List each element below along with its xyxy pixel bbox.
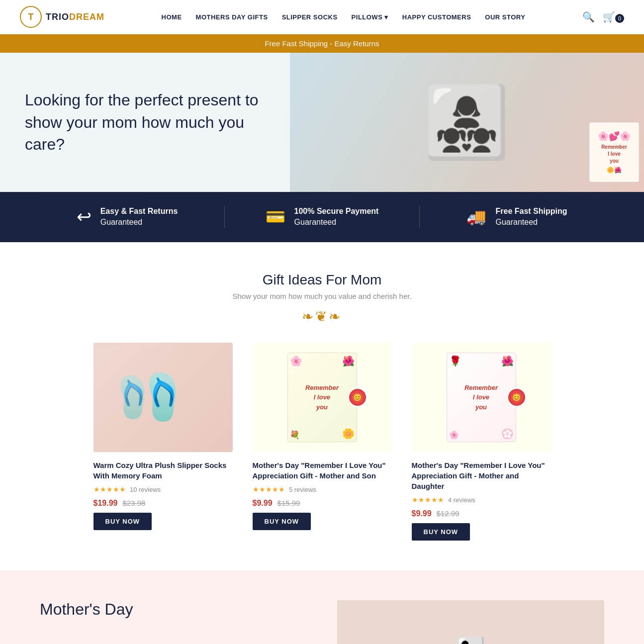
products-grid: 🩴 🩴 Warm Cozy Ultra Plush Slipper Socks … <box>40 343 604 541</box>
brand-name: TRIODREAM <box>46 12 104 22</box>
product-image-son: 🌸 🌺 💐 🌼 RememberI loveyou 😊 <box>253 343 392 452</box>
section-heading: Gift Ideas For Mom <box>40 272 604 288</box>
stars-slipper: ★★★★★ <box>93 485 126 493</box>
shipping-icon: 🚚 <box>466 207 486 226</box>
price-row-son: $9.99 $15.99 <box>253 499 392 508</box>
price-row-slipper: $19.99 $23.98 <box>93 499 233 508</box>
cart-icon[interactable]: 🛒0 <box>603 11 624 23</box>
greeting-card-son: 🌸 🌺 💐 🌼 RememberI loveyou 😊 <box>287 353 357 442</box>
product-card-daughter: 🌹 🌺 🌸 💮 RememberI loveyou 😊 Mother's Day… <box>412 343 551 541</box>
features-bar: ↩ Easy & Fast Returns Guaranteed 💳 100% … <box>0 192 644 242</box>
feature-returns-sub: Guaranteed <box>100 218 143 226</box>
feature-payment-sub: Guaranteed <box>294 218 337 226</box>
gift-section: Gift Ideas For Mom Show your mom how muc… <box>0 242 644 570</box>
stars-daughter: ★★★★★ <box>412 496 444 504</box>
card-pin-daughter: 😊 <box>507 387 527 407</box>
gift-section-title: Gift Ideas For Mom <box>40 272 604 288</box>
orig-price-son: $15.99 <box>277 499 300 507</box>
buy-button-son[interactable]: BUY NOW <box>253 513 311 530</box>
hero-people-image: 👩‍👧‍👧 🌸💕🌸 RememberI loveyou 🌼🌺 <box>290 53 644 192</box>
feature-returns-title: Easy & Fast Returns <box>100 206 178 217</box>
returns-icon: ↩ <box>77 206 92 227</box>
orig-price-slipper: $23.98 <box>122 499 145 507</box>
sale-price-son: $9.99 <box>253 499 273 508</box>
greeting-card-daughter: 🌹 🌺 🌸 💮 RememberI loveyou 😊 <box>447 353 516 442</box>
hero-heading: Looking for the perfect present to show … <box>25 89 265 156</box>
feature-shipping: 🚚 Free Fast Shipping Guaranteed <box>419 206 614 228</box>
sale-price-slipper: $19.99 <box>93 499 118 508</box>
feature-payment-title: 100% Secure Payment <box>294 206 379 217</box>
logo-icon: T <box>20 6 42 28</box>
product-card-son: 🌸 🌺 💐 🌼 RememberI loveyou 😊 Mother's Day… <box>253 343 392 541</box>
mothers-day-section: Mother's Day 👩‍👧 <box>0 570 644 644</box>
product-title-daughter: Mother's Day "Remember I Love You" Appre… <box>412 460 551 491</box>
payment-icon: 💳 <box>266 207 285 226</box>
reviews-slipper: 10 reviews <box>130 486 161 493</box>
ornament-decoration: ❧❦❧ <box>40 308 604 325</box>
navbar: T TRIODREAM HOME MOTHERS DAY GIFTS SLIPP… <box>0 0 644 34</box>
product-rating-slipper: ★★★★★ 10 reviews <box>93 485 233 494</box>
announcement-bar: Free Fast Shipping - Easy Returns <box>0 34 644 53</box>
mothers-day-image: 👩‍👧 <box>337 600 605 644</box>
hero-section: Looking for the perfect present to show … <box>0 53 644 192</box>
reviews-daughter: 4 reviews <box>448 496 475 504</box>
product-rating-daughter: ★★★★★ 4 reviews <box>412 495 551 504</box>
mothers-day-text: Mother's Day <box>40 600 307 619</box>
feature-returns: ↩ Easy & Fast Returns Guaranteed <box>30 206 224 228</box>
buy-button-slipper[interactable]: BUY NOW <box>93 513 152 530</box>
search-icon[interactable]: 🔍 <box>582 11 595 23</box>
nav-slipper-socks[interactable]: SLIPPER SOCKS <box>282 13 338 21</box>
buy-button-daughter[interactable]: BUY NOW <box>412 523 470 541</box>
mothers-day-heading: Mother's Day <box>40 600 307 619</box>
chevron-down-icon: ▾ <box>384 13 388 21</box>
mothers-img-placeholder: 👩‍👧 <box>337 600 605 644</box>
product-rating-son: ★★★★★ 5 reviews <box>253 485 392 494</box>
nav-happy-customers[interactable]: HAPPY CUSTOMERS <box>402 13 471 21</box>
nav-our-story[interactable]: OUR STORY <box>485 13 525 21</box>
feature-shipping-sub: Guaranteed <box>495 218 538 226</box>
feature-shipping-title: Free Fast Shipping <box>495 206 567 217</box>
product-title-slipper: Warm Cozy Ultra Plush Slipper Socks With… <box>93 460 233 481</box>
nav-mothers-day[interactable]: MOTHERS DAY GIFTS <box>196 13 268 21</box>
nav-links: HOME MOTHERS DAY GIFTS SLIPPER SOCKS PIL… <box>162 13 526 21</box>
reviews-son: 5 reviews <box>289 486 316 493</box>
logo[interactable]: T TRIODREAM <box>20 6 104 28</box>
feature-payment: 💳 100% Secure Payment Guaranteed <box>224 206 419 228</box>
hero-gift-preview: 🌸💕🌸 RememberI loveyou 🌼🌺 <box>589 122 639 182</box>
product-title-son: Mother's Day "Remember I Love You" Appre… <box>253 460 392 481</box>
hero-image: 👩‍👧‍👧 🌸💕🌸 RememberI loveyou 🌼🌺 <box>290 53 644 192</box>
nav-actions: 🔍 🛒0 <box>582 11 624 23</box>
hero-text: Looking for the perfect present to show … <box>0 53 290 192</box>
gift-section-sub: Show your mom how much you value and che… <box>40 292 604 300</box>
price-row-daughter: $9.99 $12.99 <box>412 509 551 518</box>
nav-home[interactable]: HOME <box>162 13 182 21</box>
stars-son: ★★★★★ <box>253 485 285 493</box>
nav-pillows[interactable]: PILLOWS ▾ <box>352 13 388 21</box>
card-pin-son: 😊 <box>348 387 368 407</box>
product-card-slipper: 🩴 🩴 Warm Cozy Ultra Plush Slipper Socks … <box>93 343 233 541</box>
product-image-slipper: 🩴 🩴 <box>93 343 233 452</box>
orig-price-daughter: $12.99 <box>437 509 460 518</box>
sale-price-daughter: $9.99 <box>412 509 432 518</box>
cart-count: 0 <box>615 14 624 23</box>
product-image-daughter: 🌹 🌺 🌸 💮 RememberI loveyou 😊 <box>412 343 551 452</box>
